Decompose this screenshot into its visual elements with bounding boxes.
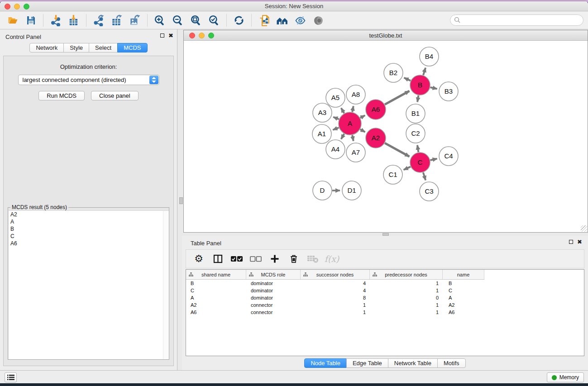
graph-node-A7[interactable]: A7 <box>346 143 365 162</box>
graph-node-A3[interactable]: A3 <box>313 103 332 122</box>
zoom-fit-icon[interactable] <box>187 13 205 28</box>
cell-predecessor-nodes[interactable]: 1 <box>370 287 443 294</box>
graph-node-A5[interactable]: A5 <box>326 88 345 107</box>
cell-shared-name[interactable]: C <box>186 287 246 294</box>
edge-A-A4[interactable] <box>341 134 344 139</box>
memory-button[interactable]: Memory <box>547 372 584 382</box>
table-row[interactable]: A6connector11A6 <box>186 309 584 316</box>
cell-successor-nodes[interactable]: 4 <box>301 287 370 294</box>
result-item[interactable]: A6 <box>9 240 169 247</box>
graph-node-C2[interactable]: C2 <box>406 124 425 143</box>
cell-MCDS-role[interactable]: dominator <box>246 280 301 287</box>
export-table-icon[interactable] <box>108 13 126 28</box>
import-network-icon[interactable] <box>47 13 65 28</box>
cell-name[interactable]: B <box>443 280 484 287</box>
edge-A-A6[interactable] <box>360 115 365 118</box>
edge-C-C1[interactable] <box>404 167 411 170</box>
cell-shared-name[interactable]: A2 <box>186 301 246 309</box>
tab-mcds[interactable]: MCDS <box>117 43 147 52</box>
graph-node-C[interactable]: C <box>410 152 430 172</box>
cell-name[interactable]: C <box>443 287 484 294</box>
column-header-successor-nodes[interactable]: successor nodes <box>301 270 370 280</box>
cell-successor-nodes[interactable]: 4 <box>301 280 370 287</box>
edge-C-C3[interactable] <box>423 172 425 180</box>
edge-C-C2[interactable] <box>417 145 418 152</box>
table-row[interactable]: Bdominator41B <box>186 280 584 287</box>
result-item[interactable]: C <box>9 233 169 240</box>
tab-network-table[interactable]: Network Table <box>388 358 438 368</box>
cell-predecessor-nodes[interactable]: 0 <box>370 294 443 301</box>
graph-node-A2[interactable]: A2 <box>366 128 386 148</box>
edge-A-A2[interactable] <box>360 129 365 132</box>
export-image-icon[interactable] <box>126 13 144 28</box>
cell-MCDS-role[interactable]: dominator <box>246 287 301 294</box>
close-panel-icon[interactable]: ✖ <box>168 33 173 38</box>
edge-A6-B[interactable] <box>385 91 409 105</box>
edge-B-B3[interactable] <box>430 87 437 89</box>
optimization-dropdown[interactable]: largest connected component (directed) <box>18 75 159 85</box>
home-icon[interactable] <box>273 13 291 28</box>
tab-edge-table[interactable]: Edge Table <box>346 358 388 368</box>
result-item[interactable]: B <box>9 225 169 233</box>
search-input[interactable] <box>450 14 583 26</box>
cell-name[interactable]: A2 <box>443 301 484 309</box>
tab-motifs[interactable]: Motifs <box>437 358 466 368</box>
graph-node-B1[interactable]: B1 <box>406 104 425 123</box>
edge-B-B4[interactable] <box>423 68 425 75</box>
column-header-shared-name[interactable]: shared name <box>186 270 246 280</box>
graph-node-A1[interactable]: A1 <box>312 124 331 143</box>
edge-A-A7[interactable] <box>352 135 354 141</box>
resize-grip[interactable] <box>581 225 587 232</box>
column-header-predecessor-nodes[interactable]: predecessor nodes <box>370 270 443 280</box>
column-header-name[interactable]: name <box>443 270 484 280</box>
unchecked-boxes-icon[interactable] <box>248 251 264 267</box>
tab-style[interactable]: Style <box>63 43 89 52</box>
graph-node-A[interactable]: A <box>339 112 361 135</box>
node-table[interactable]: shared nameMCDS rolesuccessor nodesprede… <box>186 269 584 356</box>
cell-shared-name[interactable]: A <box>186 294 246 301</box>
table-row[interactable]: Cdominator41C <box>186 287 584 294</box>
graph-node-B2[interactable]: B2 <box>384 63 403 82</box>
refresh-icon[interactable] <box>230 13 248 28</box>
checked-boxes-icon[interactable] <box>229 251 245 267</box>
edge-A-A8[interactable] <box>352 106 354 112</box>
export-network-icon[interactable] <box>90 13 108 28</box>
tab-network[interactable]: Network <box>29 43 64 52</box>
clone-network-icon[interactable] <box>255 13 273 28</box>
edge-B-B1[interactable] <box>417 95 418 102</box>
table-row[interactable]: Adominator80A <box>186 294 584 301</box>
graph-node-C3[interactable]: C3 <box>420 182 439 201</box>
graph-node-A6[interactable]: A6 <box>366 100 386 119</box>
split-columns-icon[interactable] <box>210 251 226 267</box>
run-mcds-button[interactable]: Run MCDS <box>38 91 85 100</box>
import-table-icon[interactable] <box>65 13 83 28</box>
zoom-out-icon[interactable] <box>169 13 187 28</box>
cell-predecessor-nodes[interactable]: 1 <box>370 301 443 309</box>
network-canvas[interactable]: B4B2BB3A8A5A6A3B1AA1C2A2A4A7C4CC1DD1C3 <box>184 41 587 232</box>
float-panel-icon[interactable] <box>160 33 164 38</box>
tab-select[interactable]: Select <box>89 43 118 52</box>
graph-node-A8[interactable]: A8 <box>346 85 365 104</box>
tab-node-table[interactable]: Node Table <box>304 358 347 368</box>
edge-A-A1[interactable] <box>333 128 339 130</box>
graph-node-C4[interactable]: C4 <box>439 147 458 166</box>
edge-B-B2[interactable] <box>404 78 411 81</box>
gear-icon[interactable]: ⚙ <box>191 251 207 267</box>
table-row[interactable]: A2connector11A2 <box>186 301 584 309</box>
graph-node-A4[interactable]: A4 <box>326 140 345 159</box>
graph-node-B[interactable]: B <box>410 75 430 95</box>
open-session-icon[interactable] <box>4 13 22 28</box>
edge-A-A3[interactable] <box>333 117 339 119</box>
edge-A-A5[interactable] <box>341 108 344 114</box>
close-table-panel-icon[interactable]: ✖ <box>577 239 582 244</box>
graph-node-D1[interactable]: D1 <box>342 181 361 200</box>
delete-column-icon[interactable] <box>286 251 302 267</box>
cell-shared-name[interactable]: B <box>186 280 246 287</box>
graph-node-B3[interactable]: B3 <box>439 82 458 101</box>
mcds-result-list[interactable]: A2ABCA6 <box>9 210 169 359</box>
cell-shared-name[interactable]: A6 <box>186 309 246 316</box>
zoom-selected-icon[interactable] <box>205 13 223 28</box>
graph-node-B4[interactable]: B4 <box>420 47 439 66</box>
hide-panels-icon[interactable] <box>291 13 309 28</box>
cell-MCDS-role[interactable]: connector <box>246 301 301 309</box>
